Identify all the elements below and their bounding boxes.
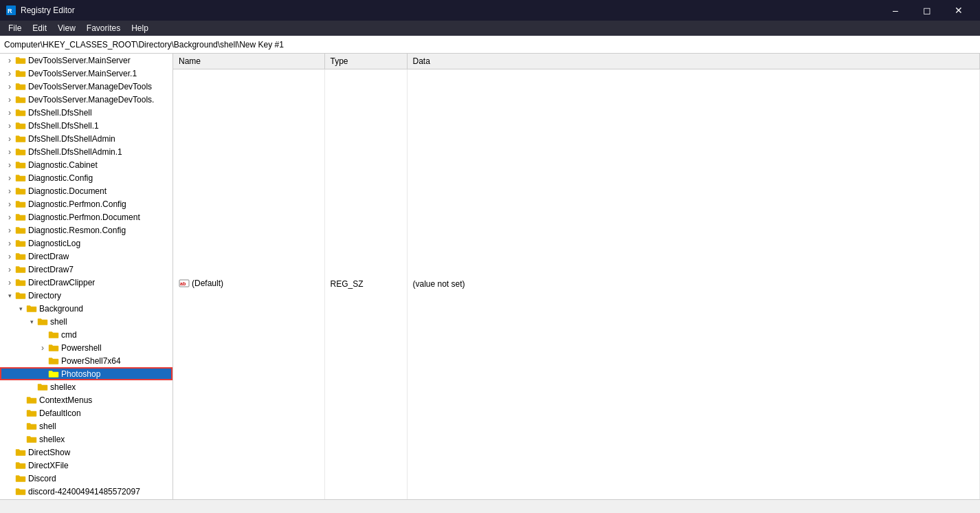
tree-item-directdraw7[interactable]: › DirectDraw7	[0, 263, 172, 276]
tree-item-label: DevToolsServer.MainServer.1	[28, 69, 137, 78]
folder-icon	[15, 134, 26, 144]
expand-arrow[interactable]: ›	[4, 69, 15, 78]
menu-edit[interactable]: Edit	[27, 22, 52, 34]
folder-icon	[48, 343, 59, 353]
folder-icon	[15, 278, 26, 287]
folder-icon	[48, 369, 59, 379]
folder-icon	[15, 474, 26, 483]
expand-arrow[interactable]: ›	[4, 186, 15, 196]
menu-help[interactable]: Help	[126, 22, 154, 34]
expand-arrow[interactable]: ›	[4, 278, 15, 287]
expand-arrow[interactable]: ▾	[26, 318, 37, 325]
folder-icon	[15, 147, 26, 157]
table-row[interactable]: ab (Default) REG_SZ(value not set)	[173, 69, 980, 499]
col-data[interactable]: Data	[407, 54, 980, 69]
tree-item-powershell7x64[interactable]: PowerShell7x64	[0, 354, 172, 367]
tree-item-diagperfdoc[interactable]: › Diagnostic.Perfmon.Document	[0, 210, 172, 223]
expand-arrow[interactable]: ›	[4, 56, 15, 65]
tree-item-defaulticon[interactable]: DefaultIcon	[0, 406, 172, 419]
folder-icon	[37, 317, 48, 327]
tree-item-diagresmon[interactable]: › Diagnostic.Resmon.Config	[0, 223, 172, 237]
minimize-button[interactable]: –	[880, 0, 911, 21]
tree-item-diagconfig[interactable]: › Diagnostic.Config	[0, 171, 172, 184]
tree-item-label: Diagnostic.Config	[28, 173, 93, 183]
expand-arrow[interactable]: ▾	[15, 305, 26, 312]
tree-item-shell[interactable]: ▾ shell	[0, 315, 172, 328]
tree-item-diagcabinet[interactable]: › Diagnostic.Cabinet	[0, 158, 172, 171]
col-type[interactable]: Type	[324, 54, 407, 69]
tree-item-label: ContextMenus	[39, 395, 92, 405]
tree-item-label: Powershell	[61, 343, 102, 353]
close-button[interactable]: ✕	[943, 0, 975, 21]
expand-arrow[interactable]: ›	[4, 134, 15, 144]
expand-arrow[interactable]: ›	[4, 108, 15, 118]
registry-tree[interactable]: › DevToolsServer.MainServer› DevToolsSer…	[0, 54, 173, 499]
tree-item-contextmenus[interactable]: ContextMenus	[0, 393, 172, 406]
expand-arrow[interactable]: ›	[4, 226, 15, 235]
tree-item-directory[interactable]: ▾ Directory	[0, 289, 172, 302]
reg-data-cell: (value not set)	[407, 69, 980, 499]
tree-item-label: DirectDrawClipper	[28, 278, 95, 287]
folder-icon	[15, 239, 26, 248]
tree-item-devtoolsservermanagedevtools2[interactable]: › DevToolsServer.ManageDevTools.	[0, 93, 172, 106]
title-bar-left: R Registry Editor	[5, 5, 75, 16]
expand-arrow[interactable]: ›	[4, 212, 15, 222]
expand-arrow[interactable]: ›	[4, 239, 15, 248]
tree-item-directdraw[interactable]: › DirectDraw	[0, 250, 172, 263]
folder-icon	[26, 422, 37, 431]
expand-arrow[interactable]: ›	[4, 121, 15, 131]
expand-arrow[interactable]: ›	[4, 82, 15, 91]
tree-item-dfsshell1[interactable]: › DfsShell.DfsShell.1	[0, 119, 172, 132]
tree-item-background[interactable]: ▾ Background	[0, 302, 172, 315]
tree-item-label: Diagnostic.Cabinet	[28, 160, 98, 170]
tree-item-directdrawclipper[interactable]: › DirectDrawClipper	[0, 276, 172, 289]
tree-item-devtoolsservermainserver[interactable]: › DevToolsServer.MainServer	[0, 54, 172, 67]
menu-favorites[interactable]: Favorites	[81, 22, 126, 34]
status-bar	[0, 499, 980, 513]
tree-item-label: DirectShow	[28, 448, 70, 457]
svg-text:ab: ab	[180, 281, 186, 286]
tree-item-devtoolsservermanagedevtools[interactable]: › DevToolsServer.ManageDevTools	[0, 80, 172, 93]
tree-item-shellex2[interactable]: shellex	[0, 433, 172, 446]
folder-icon	[15, 461, 26, 470]
reg-type-cell: REG_SZ	[324, 69, 407, 499]
folder-icon	[15, 69, 26, 78]
tree-item-discord424[interactable]: discord-424004941485572097	[0, 485, 172, 498]
tree-item-powershell[interactable]: › Powershell	[0, 341, 172, 354]
tree-item-diaglog[interactable]: › DiagnosticLog	[0, 237, 172, 250]
expand-arrow[interactable]: ›	[4, 252, 15, 261]
folder-icon	[15, 95, 26, 105]
menu-file[interactable]: File	[3, 22, 27, 34]
expand-arrow[interactable]: ›	[4, 147, 15, 157]
tree-item-diagdoc[interactable]: › Diagnostic.Document	[0, 184, 172, 197]
expand-arrow[interactable]: ›	[4, 265, 15, 274]
maximize-button[interactable]: ◻	[911, 0, 943, 21]
tree-item-label: shell	[39, 422, 56, 431]
tree-item-dfsshellAdmin1[interactable]: › DfsShell.DfsShellAdmin.1	[0, 145, 172, 158]
expand-arrow[interactable]: ›	[37, 343, 48, 353]
tree-item-discord530[interactable]: discord-530196305138417685	[0, 498, 172, 499]
tree-item-directxfile[interactable]: DirectXFile	[0, 459, 172, 472]
col-name[interactable]: Name	[173, 54, 324, 69]
folder-icon	[15, 291, 26, 301]
expand-arrow[interactable]: ›	[4, 160, 15, 170]
tree-item-label: discord-424004941485572097	[28, 487, 140, 496]
tree-item-photoshop[interactable]: Photoshop	[0, 367, 172, 380]
tree-item-cmd[interactable]: cmd	[0, 328, 172, 341]
tree-item-diagperfmon[interactable]: › Diagnostic.Perfmon.Config	[0, 197, 172, 210]
expand-arrow[interactable]: ›	[4, 95, 15, 105]
tree-item-label: DfsShell.DfsShell.1	[28, 121, 99, 131]
tree-item-label: Photoshop	[61, 369, 100, 379]
tree-item-discord[interactable]: Discord	[0, 472, 172, 485]
expand-arrow[interactable]: ›	[4, 173, 15, 183]
tree-item-label: DefaultIcon	[39, 408, 81, 418]
tree-item-dfsshellAdmin[interactable]: › DfsShell.DfsShellAdmin	[0, 132, 172, 145]
expand-arrow[interactable]: ▾	[4, 292, 15, 299]
menu-view[interactable]: View	[52, 22, 81, 34]
tree-item-directshow[interactable]: DirectShow	[0, 446, 172, 459]
tree-item-shellex[interactable]: shellex	[0, 380, 172, 393]
expand-arrow[interactable]: ›	[4, 199, 15, 209]
tree-item-devtoolsservermainserver1[interactable]: › DevToolsServer.MainServer.1	[0, 67, 172, 80]
tree-item-dfsshell[interactable]: › DfsShell.DfsShell	[0, 106, 172, 119]
tree-item-shell2[interactable]: shell	[0, 419, 172, 433]
